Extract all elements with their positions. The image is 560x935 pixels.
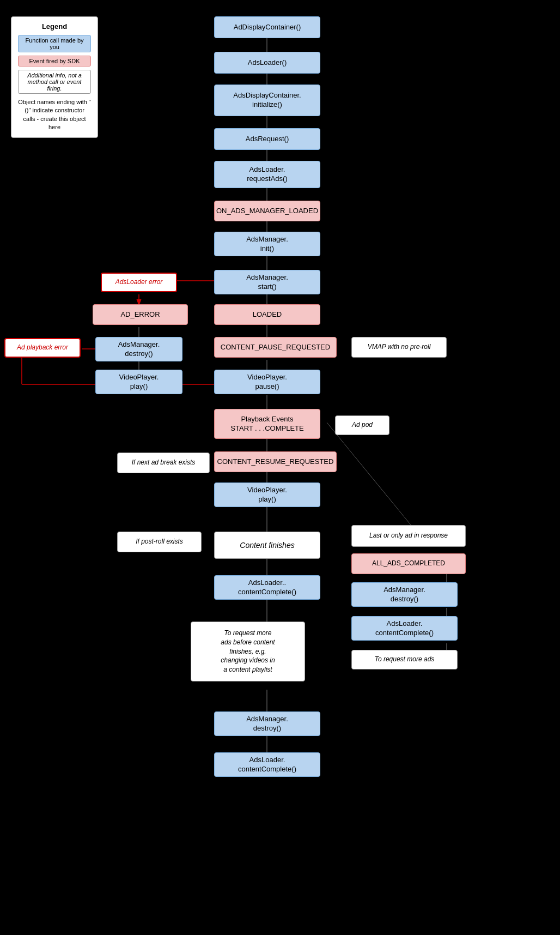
box-ads-manager-destroy-3: AdsManager. destroy() — [214, 711, 320, 736]
box-if-post-roll-exists: If post-roll exists — [117, 532, 202, 552]
box-ads-loader-content-complete-3: AdsLoader. contentComplete() — [214, 752, 320, 777]
legend-pink-box: Event fired by SDK — [18, 56, 91, 67]
box-playback-events: Playback Events START . . .COMPLETE — [214, 409, 320, 439]
legend-item-3: Additional info, not a method call or ev… — [18, 70, 91, 94]
box-ads-loader-content-complete-2: AdsLoader. contentComplete() — [351, 616, 458, 641]
box-to-request-more-ads: To request more ads — [351, 650, 458, 669]
box-ads-loader-content-complete-1: AdsLoader.. contentComplete() — [214, 575, 320, 600]
box-video-player-pause: VideoPlayer. pause() — [214, 370, 320, 394]
diagram-container: Legend Function call made by you Event f… — [0, 0, 560, 935]
box-if-next-ad-break: If next ad break exists — [117, 453, 210, 473]
svg-line-27 — [327, 423, 414, 529]
box-ads-display-container-init: AdsDisplayContainer. initialize() — [214, 85, 320, 116]
legend-note: Object names ending with "()" indicate c… — [18, 98, 91, 132]
box-video-player-play-2: VideoPlayer. play() — [214, 482, 320, 507]
legend: Legend Function call made by you Event f… — [11, 16, 98, 138]
box-video-player-play-1: VideoPlayer. play() — [95, 370, 182, 394]
box-ads-manager-destroy-1: AdsManager. destroy() — [95, 337, 182, 361]
legend-title: Legend — [18, 22, 91, 31]
box-to-request-more-ads-before: To request more ads before content finis… — [191, 622, 305, 681]
box-ads-manager-init: AdsManager. init() — [214, 232, 320, 256]
box-ad-error: AD_ERROR — [93, 304, 188, 325]
box-ads-request: AdsRequest() — [214, 128, 320, 150]
box-all-ads-completed: ALL_ADS_COMPLETED — [351, 553, 466, 574]
legend-white-box: Additional info, not a method call or ev… — [18, 70, 91, 94]
box-ad-playback-error: Ad playback error — [4, 338, 81, 358]
box-ads-manager-start: AdsManager. start() — [214, 270, 320, 294]
box-content-resume-requested: CONTENT_RESUME_REQUESTED — [214, 451, 337, 472]
box-ads-loader-request-ads: AdsLoader. requestAds() — [214, 161, 320, 188]
box-ads-loader: AdsLoader() — [214, 52, 320, 74]
box-ad-pod: Ad pod — [335, 415, 389, 435]
box-last-or-only-ad: Last or only ad in response — [351, 525, 466, 547]
box-content-pause-requested: CONTENT_PAUSE_REQUESTED — [214, 337, 337, 358]
box-content-finishes: Content finishes — [214, 532, 320, 559]
legend-blue-box: Function call made by you — [18, 35, 91, 52]
legend-item-2: Event fired by SDK — [18, 56, 91, 67]
box-on-ads-manager-loaded: ON_ADS_MANAGER_LOADED — [214, 201, 320, 221]
box-vmap-no-preroll: VMAP with no pre-roll — [351, 337, 447, 358]
box-ads-manager-destroy-2: AdsManager. destroy() — [351, 582, 458, 607]
box-ad-display-container: AdDisplayContainer() — [214, 16, 320, 38]
legend-item-1: Function call made by you — [18, 35, 91, 52]
box-ads-loader-error: AdsLoader error — [101, 273, 177, 292]
box-loaded: LOADED — [214, 304, 320, 325]
